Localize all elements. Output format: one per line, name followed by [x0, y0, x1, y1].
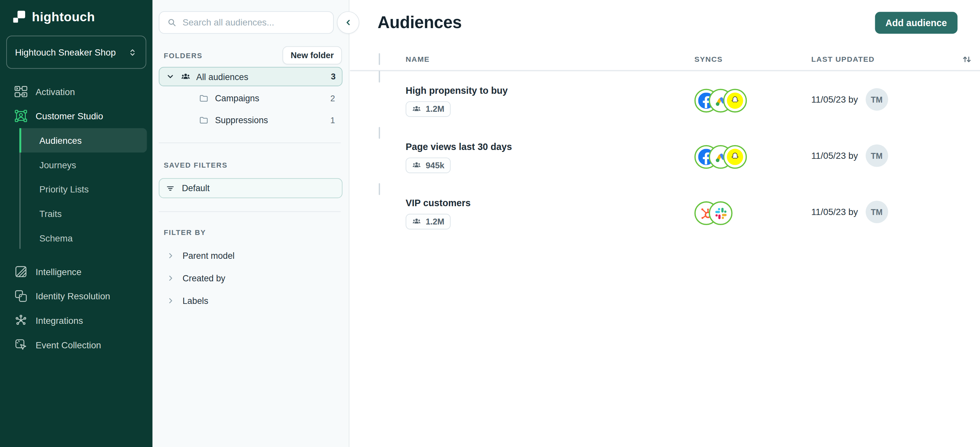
search-icon: [167, 17, 177, 28]
customer-studio-icon: [14, 110, 27, 122]
app-root: hightouch Hightouch Sneaker Shop Activat…: [0, 0, 980, 447]
integrations-icon: [14, 314, 27, 327]
folder-icon: [199, 115, 209, 125]
table-row[interactable]: Page views last 30 days 945k 11/05/23 by…: [350, 127, 980, 184]
folders-section-label: FOLDERS: [164, 52, 202, 59]
event-collection-icon: [14, 338, 27, 351]
saved-filters-section-label: SAVED FILTERS: [164, 161, 228, 169]
intelligence-icon: [14, 265, 27, 278]
folder-count: 1: [330, 115, 335, 125]
select-all-checkbox[interactable]: [379, 53, 380, 65]
audience-size-badge: 1.2M: [406, 101, 451, 117]
logo-text: hightouch: [32, 10, 95, 24]
sidebar-item-activation[interactable]: Activation: [0, 80, 153, 104]
workspace-selector[interactable]: Hightouch Sneaker Shop: [6, 36, 146, 68]
add-audience-button[interactable]: Add audience: [875, 11, 958, 33]
subnav-item-journeys[interactable]: Journeys: [19, 153, 147, 177]
chevron-right-icon: [166, 296, 175, 305]
table-row[interactable]: High propensity to buy 1.2M 11/05/23 by …: [350, 71, 980, 127]
subnav-item-traits[interactable]: Traits: [19, 201, 147, 226]
avatar: TM: [865, 145, 888, 167]
filter-by-section-label: FILTER BY: [164, 229, 206, 236]
chevron-right-icon: [166, 274, 175, 283]
table-row[interactable]: VIP customers 1.2M 11/05/23 by TM: [350, 184, 980, 240]
filter-by-created-by[interactable]: Created by: [159, 269, 343, 288]
main-header: Audiences Add audience: [378, 11, 958, 35]
subnav-item-audiences[interactable]: Audiences: [19, 128, 147, 153]
search-input[interactable]: [183, 17, 326, 28]
subnav-item-schema[interactable]: Schema: [19, 226, 147, 250]
folder-count: 3: [331, 72, 336, 81]
audience-name[interactable]: VIP customers: [406, 198, 695, 208]
search-box: [159, 11, 334, 33]
new-folder-button[interactable]: New folder: [283, 46, 342, 64]
subnav-item-priority-lists[interactable]: Priority Lists: [19, 177, 147, 201]
filter-by-label: Parent model: [183, 251, 235, 261]
snapchat-sync-icon[interactable]: [723, 89, 747, 113]
folder-name: All audiences: [196, 72, 248, 82]
audience-name[interactable]: High propensity to buy: [406, 85, 695, 96]
folder-item-campaigns[interactable]: Campaigns 2: [159, 89, 343, 108]
people-icon: [181, 72, 191, 82]
folder-item-all-audiences[interactable]: All audiences 3: [159, 67, 343, 86]
audience-size: 1.2M: [426, 217, 444, 226]
folder-item-suppressions[interactable]: Suppressions 1: [159, 111, 343, 129]
column-header-syncs: SYNCS: [695, 55, 811, 64]
audience-size: 1.2M: [426, 105, 444, 114]
column-header-name: NAME: [406, 55, 695, 64]
caret-updown-icon: [127, 47, 137, 57]
audience-size: 945k: [426, 161, 444, 170]
subnav-item-label: Audiences: [40, 135, 82, 145]
chevron-left-icon: [343, 17, 353, 28]
audience-size-badge: 1.2M: [406, 214, 451, 229]
table-header: NAME SYNCS LAST UPDATED: [350, 52, 980, 66]
panel-divider: [159, 142, 341, 143]
filter-by-labels[interactable]: Labels: [159, 291, 343, 310]
sidebar-item-integrations[interactable]: Integrations: [0, 308, 153, 332]
syncs-cell: [695, 127, 811, 169]
row-checkbox[interactable]: [379, 71, 380, 82]
avatar: TM: [865, 88, 888, 111]
row-checkbox[interactable]: [379, 127, 380, 138]
last-updated-cell: 11/05/23 by TM: [811, 200, 972, 223]
sidebar-item-identity-resolution[interactable]: Identity Resolution: [0, 284, 153, 309]
folder-name: Campaigns: [215, 93, 259, 103]
table-body: High propensity to buy 1.2M 11/05/23 by …: [350, 71, 980, 240]
identity-resolution-icon: [14, 290, 27, 302]
saved-filter-name: Default: [182, 183, 210, 193]
filter-by-parent-model[interactable]: Parent model: [159, 247, 343, 265]
panel-divider: [159, 212, 341, 212]
sidebar-item-customer-studio[interactable]: Customer Studio: [0, 104, 153, 129]
last-updated-text: 11/05/23 by: [811, 94, 858, 105]
hightouch-logo: hightouch: [0, 0, 153, 24]
subnav-item-label: Journeys: [40, 160, 76, 170]
snapchat-sync-icon[interactable]: [723, 145, 747, 169]
last-updated-text: 11/05/23 by: [811, 207, 858, 217]
collapse-panel-button[interactable]: [337, 11, 360, 33]
subnav-item-label: Schema: [40, 233, 73, 243]
sidebar-item-intelligence[interactable]: Intelligence: [0, 259, 153, 284]
filter-by-label: Created by: [183, 273, 225, 283]
folders-panel: FOLDERS New folder All audiences 3 Campa…: [153, 0, 350, 447]
audience-name[interactable]: Page views last 30 days: [406, 141, 695, 152]
filter-by-label: Labels: [183, 296, 208, 306]
last-updated-cell: 11/05/23 by TM: [811, 145, 972, 167]
people-icon: [412, 161, 422, 170]
sidebar-item-event-collection[interactable]: Event Collection: [0, 332, 153, 357]
folder-count: 2: [330, 94, 335, 103]
workspace-name: Hightouch Sneaker Shop: [15, 47, 116, 57]
sidebar-item-label: Customer Studio: [36, 111, 103, 121]
syncs-cell: [695, 184, 811, 225]
chevron-right-icon: [166, 251, 175, 260]
last-updated-text: 11/05/23 by: [811, 151, 858, 161]
chevron-down-icon[interactable]: [165, 72, 175, 81]
saved-filter-default[interactable]: Default: [159, 178, 343, 198]
row-checkbox[interactable]: [379, 183, 380, 195]
sort-icon[interactable]: [961, 54, 972, 65]
sidebar-item-label: Intelligence: [36, 267, 81, 277]
syncs-cell: [695, 71, 811, 112]
sidebar-item-label: Integrations: [36, 315, 83, 325]
slack-sync-icon[interactable]: [709, 201, 733, 225]
folder-name: Suppressions: [215, 115, 268, 125]
sidebar: hightouch Hightouch Sneaker Shop Activat…: [0, 0, 153, 447]
